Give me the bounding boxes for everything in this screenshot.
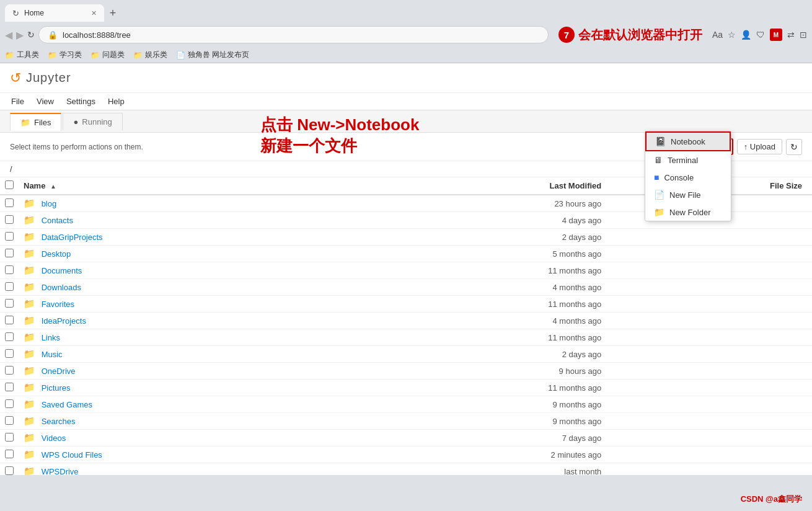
console-label: Console bbox=[664, 173, 694, 182]
row-checkbox[interactable] bbox=[5, 383, 14, 391]
files-tab-label: Files bbox=[34, 118, 51, 127]
row-checkbox[interactable] bbox=[5, 366, 14, 375]
menu-file[interactable]: File bbox=[5, 94, 30, 109]
row-checkbox[interactable] bbox=[5, 433, 14, 442]
browser-tab[interactable]: ↻ Home ✕ bbox=[5, 4, 104, 22]
annotation-circle-7: 7 bbox=[558, 27, 575, 43]
dropdown-item-console[interactable]: ■ Console bbox=[645, 169, 731, 186]
file-name[interactable]: Saved Games bbox=[42, 400, 92, 409]
file-size bbox=[638, 363, 812, 380]
nav-refresh[interactable]: ↻ bbox=[27, 30, 35, 40]
file-name[interactable]: OneDrive bbox=[42, 367, 76, 376]
menu-settings[interactable]: Settings bbox=[60, 94, 102, 109]
nav-back[interactable]: ◀ bbox=[5, 29, 12, 41]
running-tab-icon: ● bbox=[73, 117, 78, 127]
table-row[interactable]: 📁 Searches 9 months ago bbox=[0, 413, 812, 430]
row-checkbox[interactable] bbox=[5, 399, 14, 408]
table-row[interactable]: 📁 Downloads 4 months ago bbox=[0, 279, 812, 296]
file-name[interactable]: Downloads bbox=[42, 283, 81, 292]
file-name[interactable]: Searches bbox=[42, 417, 76, 426]
browser-icon-5: M bbox=[770, 29, 782, 41]
table-row[interactable]: 📁 Documents 11 months ago bbox=[0, 262, 812, 279]
address-bar[interactable]: localhost:8888/tree bbox=[63, 30, 131, 40]
file-name[interactable]: Desktop bbox=[42, 249, 71, 259]
newfolder-label: New Folder bbox=[669, 208, 710, 217]
table-row[interactable]: 📁 IdeaProjects 4 months ago bbox=[0, 313, 812, 329]
file-name[interactable]: Favorites bbox=[42, 300, 74, 309]
row-checkbox[interactable] bbox=[5, 349, 14, 358]
tab-files[interactable]: 📁 Files bbox=[10, 113, 61, 131]
select-all-checkbox[interactable] bbox=[5, 180, 14, 189]
bookmark-unicorn[interactable]: 📄 独角兽 网址发布页 bbox=[176, 50, 249, 60]
file-name[interactable]: Contacts bbox=[42, 216, 73, 225]
row-checkbox[interactable] bbox=[5, 316, 14, 324]
file-name[interactable]: Videos bbox=[42, 433, 66, 443]
table-row[interactable]: 📁 Videos 7 days ago bbox=[0, 430, 812, 447]
file-name[interactable]: WPSDrive bbox=[42, 467, 79, 475]
upload-button[interactable]: ↑ Upload bbox=[737, 139, 782, 154]
file-name[interactable]: Music bbox=[42, 350, 63, 359]
file-name[interactable]: Documents bbox=[42, 266, 82, 275]
row-checkbox[interactable] bbox=[5, 466, 14, 475]
dropdown-item-newfolder[interactable]: 📁 New Folder bbox=[645, 203, 731, 221]
col-name[interactable]: Name ▲ bbox=[19, 177, 315, 195]
nav-forward[interactable]: ▶ bbox=[16, 29, 24, 41]
bookmark-tools-label: 工具类 bbox=[17, 50, 39, 60]
file-name[interactable]: Links bbox=[42, 333, 60, 342]
upload-button-label: ↑ Upload bbox=[744, 142, 775, 151]
row-checkbox[interactable] bbox=[5, 416, 14, 425]
row-checkbox[interactable] bbox=[5, 332, 14, 341]
table-row[interactable]: 📁 OneDrive 9 hours ago bbox=[0, 363, 812, 380]
row-checkbox[interactable] bbox=[5, 215, 14, 224]
table-row[interactable]: 📁 DataGripProjects 2 days ago bbox=[0, 229, 812, 246]
table-row[interactable]: 📁 Desktop 5 months ago bbox=[0, 246, 812, 262]
tab-running[interactable]: ● Running bbox=[63, 113, 122, 130]
folder-icon: 📁 bbox=[24, 298, 35, 309]
file-size bbox=[638, 413, 812, 430]
new-tab-button[interactable]: + bbox=[104, 4, 121, 22]
table-row[interactable]: 📁 Music 2 days ago bbox=[0, 346, 812, 363]
tab-label: Home bbox=[24, 9, 44, 17]
refresh-button[interactable]: ↻ bbox=[786, 139, 802, 155]
row-checkbox[interactable] bbox=[5, 265, 14, 274]
row-checkbox[interactable] bbox=[5, 450, 14, 458]
col-modified[interactable]: Last Modified bbox=[315, 177, 638, 195]
table-row[interactable]: 📁 Pictures 11 months ago bbox=[0, 380, 812, 396]
file-size bbox=[638, 229, 812, 246]
file-name[interactable]: WPS Cloud Files bbox=[42, 450, 102, 460]
row-checkbox[interactable] bbox=[5, 249, 14, 257]
console-icon: ■ bbox=[654, 172, 659, 182]
table-row[interactable]: 📁 Saved Games 9 months ago bbox=[0, 396, 812, 413]
file-size bbox=[638, 396, 812, 413]
file-name[interactable]: blog bbox=[42, 199, 57, 208]
bookmark-problems[interactable]: 📁 问题类 bbox=[90, 50, 125, 60]
table-row[interactable]: 📁 WPS Cloud Files 2 minutes ago bbox=[0, 447, 812, 463]
table-row[interactable]: 📁 Favorites 11 months ago bbox=[0, 296, 812, 313]
table-row[interactable]: 📁 Links 11 months ago bbox=[0, 329, 812, 346]
dropdown-item-terminal[interactable]: 🖥 Terminal bbox=[645, 151, 731, 169]
bookmark-study-label: 学习类 bbox=[60, 50, 82, 60]
folder-icon: 📁 bbox=[24, 315, 35, 326]
dropdown-item-notebook[interactable]: 📓 Notebook bbox=[645, 131, 731, 151]
dropdown-item-newfile[interactable]: 📄 New File bbox=[645, 186, 731, 203]
row-checkbox[interactable] bbox=[5, 282, 14, 291]
tab-close-icon[interactable]: ✕ bbox=[91, 9, 97, 17]
row-checkbox[interactable] bbox=[5, 299, 14, 308]
file-name[interactable]: DataGripProjects bbox=[42, 233, 103, 242]
bookmark-tools[interactable]: 📁 工具类 bbox=[5, 50, 39, 60]
file-name[interactable]: Pictures bbox=[42, 383, 71, 393]
file-modified: 2 minutes ago bbox=[315, 447, 638, 463]
file-name[interactable]: IdeaProjects bbox=[42, 316, 86, 326]
folder-icon: 📁 bbox=[24, 349, 35, 359]
menu-help[interactable]: Help bbox=[102, 94, 131, 109]
table-row[interactable]: 📁 WPSDrive last month bbox=[0, 463, 812, 476]
bookmark-study[interactable]: 📁 学习类 bbox=[48, 50, 82, 60]
row-checkbox[interactable] bbox=[5, 198, 14, 207]
bookmark-entertainment-label: 娱乐类 bbox=[145, 50, 167, 60]
bookmark-problems-icon: 📁 bbox=[90, 51, 100, 60]
bookmark-entertainment[interactable]: 📁 娱乐类 bbox=[133, 50, 167, 60]
row-checkbox[interactable] bbox=[5, 232, 14, 241]
menu-view[interactable]: View bbox=[30, 94, 60, 109]
file-modified: 9 hours ago bbox=[315, 363, 638, 380]
folder-icon: 📁 bbox=[24, 198, 35, 208]
